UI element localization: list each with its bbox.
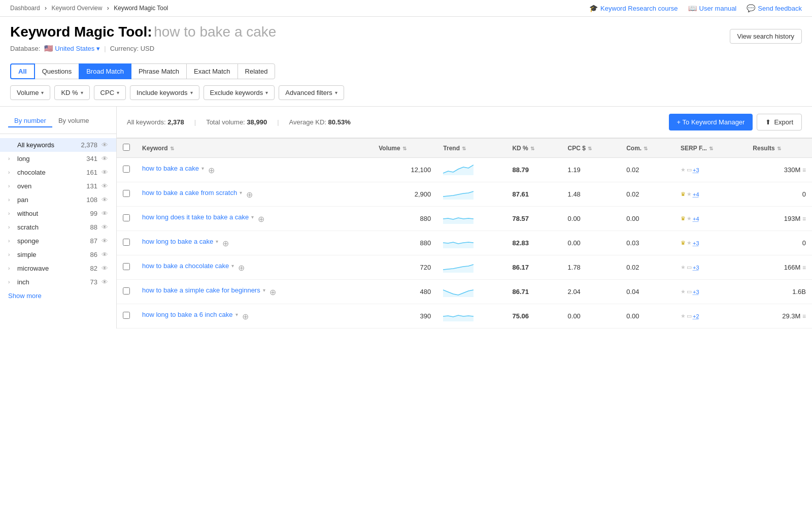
col-header-KD %[interactable]: KD %⇅ xyxy=(506,139,561,158)
row-checkbox[interactable] xyxy=(123,263,130,270)
keyword-link[interactable]: how to bake a simple cake for beginners … xyxy=(142,286,265,294)
row-checkbox[interactable] xyxy=(123,190,130,197)
eye-icon[interactable]: 👁 xyxy=(101,196,108,204)
eye-icon[interactable]: 👁 xyxy=(101,278,108,286)
eye-icon[interactable]: 👁 xyxy=(101,182,108,190)
row-checkbox[interactable] xyxy=(123,239,130,246)
eye-icon[interactable]: 👁 xyxy=(101,155,108,162)
eye-icon[interactable]: 👁 xyxy=(101,169,108,176)
sidebar-item-sponge[interactable]: › sponge 87 👁 xyxy=(0,234,116,248)
sidebar-item-scratch[interactable]: › scratch 88 👁 xyxy=(0,220,116,234)
sidebar-item-chocolate[interactable]: › chocolate 161 👁 xyxy=(0,166,116,179)
col-header-Com.[interactable]: Com.⇅ xyxy=(620,139,674,158)
serp-feature-icon[interactable]: +3 xyxy=(693,167,699,173)
results-detail-icon[interactable]: ≡ xyxy=(802,313,806,320)
eye-icon[interactable]: 👁 xyxy=(101,237,108,245)
feedback-link[interactable]: 💬 Send feedback xyxy=(747,4,802,12)
serp-feature-icon: ★ xyxy=(681,167,686,173)
sidebar-item-all[interactable]: All keywords 2,378 👁 xyxy=(0,138,116,152)
sort-tab-by-number[interactable]: By number xyxy=(8,115,52,127)
results-detail-icon[interactable]: ≡ xyxy=(802,215,806,222)
col-header-Trend[interactable]: Trend⇅ xyxy=(437,139,506,158)
sidebar-item-simple[interactable]: › simple 86 👁 xyxy=(0,248,116,261)
sidebar-item-inch[interactable]: › inch 73 👁 xyxy=(0,275,116,289)
manual-link[interactable]: 📖 User manual xyxy=(688,4,737,12)
keyword-link[interactable]: how long to bake a cake ▾ xyxy=(142,238,218,245)
keyword-link[interactable]: how long does it take to bake a cake ▾ xyxy=(142,213,254,221)
add-to-list-icon[interactable]: ⊕ xyxy=(222,239,229,248)
results-cell: 0 xyxy=(747,231,812,255)
chevron-down-icon: ▾ xyxy=(190,90,193,95)
filter-advanced[interactable]: Advanced filters▾ xyxy=(279,85,344,100)
course-link[interactable]: 🎓 Keyword Research course xyxy=(589,4,678,12)
eye-icon[interactable]: 👁 xyxy=(101,265,108,272)
view-history-button[interactable]: View search history xyxy=(730,29,802,44)
serp-feature-icon[interactable]: +2 xyxy=(693,313,699,319)
sort-tab-by-volume[interactable]: By volume xyxy=(52,115,95,127)
col-header-SERP F...[interactable]: SERP F...⇅ xyxy=(674,139,747,158)
expand-icon: › xyxy=(8,224,13,230)
keyword-link[interactable]: how long to bake a 6 inch cake ▾ xyxy=(142,311,238,318)
keyword-link[interactable]: how to bake a cake from scratch ▾ xyxy=(142,189,242,196)
match-tab-broad[interactable]: Broad Match xyxy=(79,63,131,79)
add-to-list-icon[interactable]: ⊕ xyxy=(242,312,249,321)
show-more-button[interactable]: Show more xyxy=(0,289,116,303)
sidebar-item-long[interactable]: › long 341 👁 xyxy=(0,152,116,166)
expand-arrow-icon: ▾ xyxy=(263,287,265,293)
col-header-Keyword[interactable]: Keyword⇅ xyxy=(136,139,373,158)
sidebar-item-oven[interactable]: › oven 131 👁 xyxy=(0,179,116,193)
eye-icon[interactable]: 👁 xyxy=(101,223,108,231)
add-to-list-icon[interactable]: ⊕ xyxy=(269,287,276,297)
keyword-manager-button[interactable]: + To Keyword Manager xyxy=(669,114,753,130)
results-detail-icon[interactable]: ≡ xyxy=(802,167,806,174)
add-to-list-icon[interactable]: ⊕ xyxy=(246,190,253,200)
serp-feature-icon[interactable]: +3 xyxy=(693,240,699,246)
col-header-Results[interactable]: Results⇅ xyxy=(747,139,812,158)
match-tab-questions[interactable]: Questions xyxy=(35,63,80,79)
col-header-Volume[interactable]: Volume⇅ xyxy=(373,139,437,158)
keywords-table: Keyword⇅Volume⇅Trend⇅KD %⇅CPC $⇅Com.⇅SER… xyxy=(117,138,812,329)
serp-feature-icon[interactable]: +4 xyxy=(693,216,699,222)
filter-cpc[interactable]: CPC▾ xyxy=(94,85,126,100)
sort-icon: ⇅ xyxy=(709,146,713,151)
serp-feature-icon: ★ xyxy=(681,288,686,295)
row-checkbox[interactable] xyxy=(123,312,130,319)
serp-feature-icon: ▭ xyxy=(687,264,692,271)
database-selector[interactable]: 🇺🇸 United States ▾ xyxy=(44,44,100,52)
results-cell: 166M ≡ xyxy=(747,255,812,280)
match-tab-all[interactable]: All xyxy=(10,63,35,79)
chevron-down-icon: ▾ xyxy=(335,90,337,95)
serp-feature-icon: ★ xyxy=(687,191,692,198)
filter-include[interactable]: Include keywords▾ xyxy=(130,85,199,100)
row-checkbox[interactable] xyxy=(123,287,130,294)
row-checkbox[interactable] xyxy=(123,166,130,173)
serp-feature-icon[interactable]: +4 xyxy=(693,191,699,198)
sidebar-item-without[interactable]: › without 99 👁 xyxy=(0,207,116,220)
eye-icon[interactable]: 👁 xyxy=(101,210,108,217)
sidebar-item-microwave[interactable]: › microwave 82 👁 xyxy=(0,261,116,275)
col-header-CPC $[interactable]: CPC $⇅ xyxy=(562,139,621,158)
all-keywords-stat: All keywords: 2,378 xyxy=(127,118,184,126)
serp-feature-icon[interactable]: +3 xyxy=(693,265,699,271)
match-tab-phrase[interactable]: Phrase Match xyxy=(131,63,187,79)
match-tab-exact[interactable]: Exact Match xyxy=(186,63,238,79)
filter-exclude[interactable]: Exclude keywords▾ xyxy=(204,85,275,100)
select-all-checkbox[interactable] xyxy=(123,144,130,151)
row-checkbox[interactable] xyxy=(123,214,130,221)
eye-icon[interactable]: 👁 xyxy=(101,251,108,258)
serp-feature-icon[interactable]: +3 xyxy=(693,289,699,295)
add-to-list-icon[interactable]: ⊕ xyxy=(258,214,264,224)
filters-section: AllQuestionsBroad MatchPhrase MatchExact… xyxy=(0,57,812,107)
results-detail-icon[interactable]: ≡ xyxy=(802,264,806,271)
filter-volume[interactable]: Volume▾ xyxy=(10,85,50,100)
eye-icon[interactable]: 👁 xyxy=(101,141,108,149)
add-to-list-icon[interactable]: ⊕ xyxy=(208,166,215,175)
add-to-list-icon[interactable]: ⊕ xyxy=(238,263,245,273)
sidebar-item-pan[interactable]: › pan 108 👁 xyxy=(0,193,116,207)
keyword-link[interactable]: how to bake a cake ▾ xyxy=(142,165,204,172)
keyword-link[interactable]: how to bake a chocolate cake ▾ xyxy=(142,262,234,270)
com-cell: 0.02 xyxy=(620,158,674,182)
filter-kd[interactable]: KD %▾ xyxy=(54,85,89,100)
match-tab-related[interactable]: Related xyxy=(238,63,276,79)
export-button[interactable]: ⬆ Export xyxy=(757,114,802,130)
